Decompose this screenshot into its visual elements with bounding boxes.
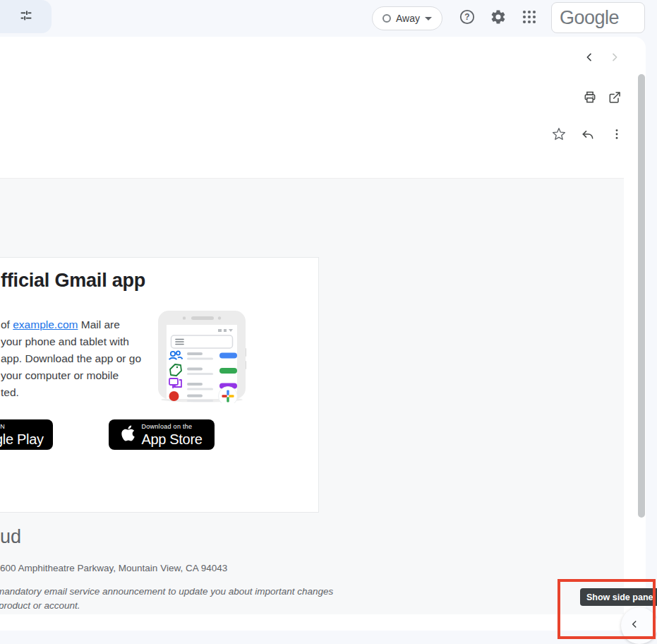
printer-icon [583,90,597,107]
side-panel-tooltip: Show side panel [580,588,657,606]
search-options-chip[interactable] [0,0,52,33]
star-button[interactable] [552,129,566,143]
gear-icon [490,8,507,28]
appstore-badge-label: App Store [141,432,202,446]
availability-status-chip[interactable]: Away [372,6,442,30]
star-icon [552,127,566,144]
apps-grid-icon [521,8,538,28]
vertical-scrollbar-thumb[interactable] [638,74,645,518]
settings-button[interactable] [489,9,507,28]
help-button[interactable]: ? [458,9,476,28]
open-in-new-window-button[interactable] [608,92,622,106]
appstore-badge-caption: Download on the [141,424,202,430]
reply-icon [581,127,595,144]
paragraph-line-1: of example.com Mail are [1,316,141,333]
sender-brand-fragment: ud [0,526,21,548]
show-side-panel-button[interactable] [621,607,657,644]
phone-illustration [157,307,246,403]
paragraph-line-4: your computer or mobile [1,367,141,384]
print-button[interactable] [583,92,597,106]
email-message-body: fficial Gmail app of example.com Mail ar… [0,178,624,614]
mail-view-panel: fficial Gmail app of example.com Mail ar… [0,37,646,631]
disclaimer-line-1: mandatory email service announcement to … [0,586,333,597]
chevron-left-icon [584,52,595,66]
play-badge-caption: ON [0,424,44,430]
example-domain-link[interactable]: example.com [13,318,78,330]
paragraph-line-5: ted. [1,384,141,401]
paragraph-line-2: your phone and tablet with [1,333,141,350]
disclaimer-line-2: product or account. [0,600,80,611]
svg-text:?: ? [464,12,469,22]
google-play-badge[interactable]: ON gle Play [0,419,53,450]
app-bar: Away ? Google [0,0,657,37]
play-badge-label: gle Play [0,432,44,446]
google-logo: Google [560,7,619,29]
gmail-app-promo-card: fficial Gmail app of example.com Mail ar… [0,257,319,513]
apple-logo-icon [121,424,135,445]
help-icon: ? [459,8,476,28]
status-label: Away [396,13,420,24]
more-options-button[interactable] [610,129,624,143]
open-in-new-icon [608,90,622,107]
chevron-right-icon [609,52,620,66]
apps-button[interactable] [520,9,538,28]
older-email-button[interactable] [608,52,622,66]
app-store-badge[interactable]: Download on the App Store [109,419,215,450]
workspace-logo-card: Google [551,2,645,33]
chevron-left-icon [629,619,639,632]
presence-circle-icon [382,14,391,23]
email-title: fficial Gmail app [1,270,145,292]
tune-icon [18,8,34,26]
sender-address: 600 Amphitheatre Parkway, Mountain View,… [0,563,227,573]
email-paragraph: of example.com Mail are your phone and t… [1,316,141,401]
paragraph-line-3: app. Download the app or go [1,350,141,367]
newer-email-button[interactable] [582,52,596,66]
reply-button[interactable] [581,129,595,143]
more-vert-icon [610,127,624,144]
chevron-down-icon [425,17,432,20]
